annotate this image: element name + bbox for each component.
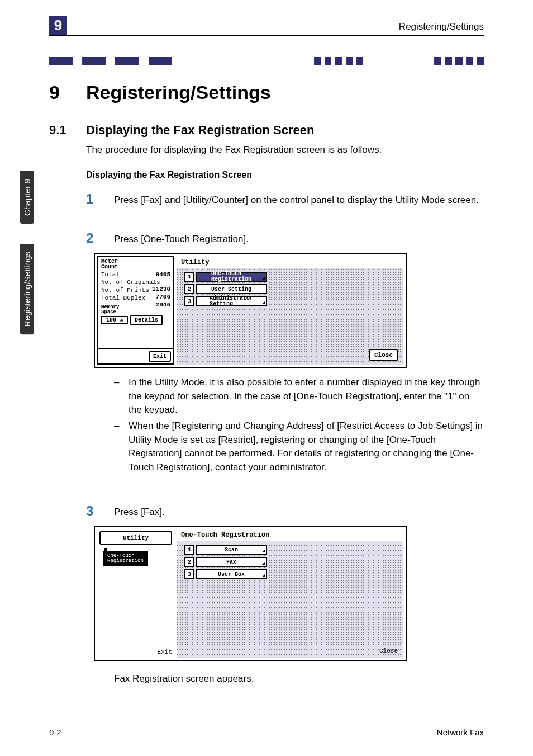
closing-text: Fax Registration screen appears. xyxy=(114,673,254,684)
step-1-number: 1 xyxy=(86,191,93,207)
step-2: 2 Press [One-Touch Registration]. xyxy=(86,233,484,247)
decorative-stripe xyxy=(49,57,484,65)
step-3-number: 3 xyxy=(86,503,93,519)
duplex-label: Total Duplex xyxy=(101,295,145,301)
menu-item-2-label: User Setting xyxy=(196,284,267,294)
details-button[interactable]: Details xyxy=(130,315,163,325)
step-3-text: Press [Fax]. xyxy=(114,505,484,519)
total-label: Total xyxy=(101,271,120,278)
one-touch-panel-title: One-Touch Registration xyxy=(177,529,403,541)
menu-item-1-number: 1 xyxy=(184,272,194,282)
running-header-title: Registering/Settings xyxy=(399,21,484,32)
menu-item-1-label: One-Touch Registration xyxy=(196,272,267,282)
originals-value: 11230 xyxy=(152,286,170,292)
exit-button-2[interactable]: Exit xyxy=(158,649,172,655)
side-tab-section: Registering/Settings xyxy=(20,244,34,334)
step-1-text: Press [Fax] and [Utility/Counter] on the… xyxy=(114,193,484,207)
note-1: In the Utility Mode, it is also possible… xyxy=(110,376,484,417)
total-value: 9465 xyxy=(156,271,170,278)
meter-count-panel: Meter Count Total9465 No. of Originals11… xyxy=(97,256,174,365)
note-2: When the [Registering and Changing Addre… xyxy=(110,419,484,475)
exit-button[interactable]: Exit xyxy=(149,351,171,362)
menu2-item-3-number: 3 xyxy=(184,569,194,579)
step-3: 3 Press [Fax]. xyxy=(86,505,484,519)
step-2-number: 2 xyxy=(86,230,93,246)
duplex-value: 2846 xyxy=(156,301,170,308)
menu-item-3-number: 3 xyxy=(184,296,194,306)
menu-item-fax[interactable]: 2 Fax xyxy=(184,557,267,567)
side-tab-chapter: Chapter 9 xyxy=(20,171,34,224)
step-1: 1 Press [Fax] and [Utility/Counter] on t… xyxy=(86,193,484,207)
utility-button[interactable]: Utility xyxy=(99,531,172,545)
menu2-item-2-number: 2 xyxy=(184,557,194,567)
menu-item-user-setting[interactable]: 2 User Setting xyxy=(184,284,267,294)
step-2-text: Press [One-Touch Registration]. xyxy=(114,233,484,247)
memory-space-value: 100 % xyxy=(101,316,128,324)
lcd-screenshot-one-touch: Utility One-Touch Registration Exit One-… xyxy=(94,526,407,661)
close-button-2[interactable]: Close xyxy=(379,648,398,654)
menu-item-3-label: Administrator Setting xyxy=(196,296,267,306)
chapter-title: Registering/Settings xyxy=(86,82,271,103)
close-button[interactable]: Close xyxy=(369,349,398,361)
breadcrumb-panel: Utility One-Touch Registration Exit xyxy=(97,529,174,658)
footer-rule xyxy=(49,722,484,723)
section-number: 9.1 xyxy=(49,123,66,138)
header-rule xyxy=(49,35,484,36)
section-intro: The procedure for displaying the Fax Reg… xyxy=(86,144,382,155)
prints-value: 7706 xyxy=(156,294,170,300)
menu2-item-1-number: 1 xyxy=(184,545,194,555)
menu2-item-3-label: User Box xyxy=(196,569,267,579)
subheading: Displaying the Fax Registration Screen xyxy=(86,170,252,180)
footer-page-number: 9-2 xyxy=(49,727,61,737)
menu-item-user-box[interactable]: 3 User Box xyxy=(184,569,267,579)
originals-label: No. of Originals xyxy=(101,279,160,286)
chapter-number: 9 xyxy=(49,82,60,103)
meter-count-label: Meter Count xyxy=(101,259,170,270)
prints-label: No. of Prints xyxy=(101,287,149,294)
utility-panel-title: Utility xyxy=(177,256,403,268)
menu-item-2-number: 2 xyxy=(184,284,194,294)
lcd-screenshot-utility: Meter Count Total9465 No. of Originals11… xyxy=(94,253,407,368)
menu2-item-1-label: Scan xyxy=(196,545,267,555)
menu-item-one-touch[interactable]: 1 One-Touch Registration xyxy=(184,272,267,282)
section-title: Displaying the Fax Registration Screen xyxy=(86,123,314,138)
footer-title: Network Fax xyxy=(437,727,484,737)
menu-item-scan[interactable]: 1 Scan xyxy=(184,545,267,555)
step-2-notes: In the Utility Mode, it is also possible… xyxy=(110,376,484,476)
breadcrumb-one-touch: One-Touch Registration xyxy=(103,551,148,566)
menu2-item-2-label: Fax xyxy=(196,557,267,567)
chapter-badge: 9 xyxy=(49,16,67,35)
menu-item-admin-setting[interactable]: 3 Administrator Setting xyxy=(184,296,267,306)
